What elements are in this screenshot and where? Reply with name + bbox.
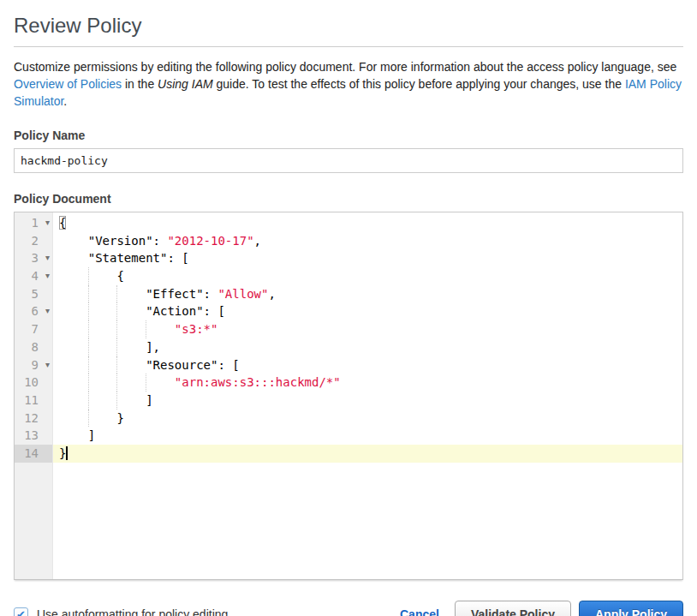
code-token: } — [59, 411, 124, 425]
code-line[interactable]: "Statement": [ — [53, 249, 682, 267]
indent-guide — [88, 302, 89, 320]
intro-text: Customize permissions by editing the fol… — [14, 58, 683, 110]
editor-code[interactable]: { "Version": "2012-10-17", "Statement": … — [53, 212, 682, 579]
indent-guide — [88, 356, 89, 374]
code-token: "Action": [ — [59, 304, 225, 318]
indent-guide — [146, 374, 146, 392]
code-token-string: "2012-10-17" — [167, 234, 253, 248]
gutter-line-number: 12 — [15, 410, 52, 428]
gutter-line-number: 13 — [15, 427, 52, 445]
indent-guide — [116, 320, 117, 338]
code-line[interactable]: ] — [53, 392, 682, 410]
fold-arrow-icon[interactable]: ▾ — [45, 214, 50, 232]
overview-of-policies-link[interactable]: Overview of Policies — [14, 77, 122, 91]
code-line[interactable]: "Resource": [ — [53, 356, 682, 374]
indent-guide — [116, 374, 117, 392]
policy-document-editor[interactable]: 1▾23▾4▾56▾789▾1011121314 { "Version": "2… — [14, 212, 683, 580]
code-token: { — [59, 216, 66, 230]
code-token-string: "Allow" — [217, 287, 268, 301]
code-line[interactable]: "Effect": "Allow", — [53, 285, 682, 303]
checkmark-icon: ✔ — [16, 609, 26, 616]
page-title: Review Policy — [14, 14, 683, 38]
apply-policy-button[interactable]: Apply Policy — [579, 601, 683, 616]
fold-arrow-icon[interactable]: ▾ — [45, 267, 50, 285]
footer-bar: ✔ Use autoformatting for policy editing … — [14, 601, 683, 616]
cancel-link[interactable]: Cancel — [400, 607, 439, 616]
gutter-line-number: 4▾ — [15, 267, 52, 285]
gutter-line-number: 10 — [15, 374, 52, 392]
gutter-line-number: 6▾ — [15, 302, 52, 320]
code-line[interactable]: "s3:*" — [53, 320, 682, 338]
title-divider — [14, 46, 683, 47]
indent-guide — [116, 392, 117, 410]
code-line[interactable]: { — [53, 267, 682, 285]
indent-guide — [88, 338, 89, 356]
autoformat-option: ✔ Use autoformatting for policy editing — [14, 607, 228, 616]
text-cursor — [66, 446, 68, 460]
code-line[interactable]: ], — [53, 338, 682, 356]
indent-guide — [88, 410, 89, 428]
indent-guide — [116, 285, 117, 303]
indent-guide — [116, 356, 117, 374]
code-token-string: "s3:*" — [175, 322, 218, 336]
indent-guide — [88, 392, 89, 410]
indent-guide — [116, 338, 117, 356]
code-token: "Statement": [ — [59, 251, 189, 265]
code-token: , — [254, 234, 261, 248]
code-token: ] — [59, 393, 153, 407]
gutter-line-number: 14 — [15, 445, 52, 463]
intro-italic-text: Using IAM — [158, 77, 213, 91]
code-token: ] — [59, 428, 95, 442]
review-policy-page: Review Policy Customize permissions by e… — [0, 14, 697, 616]
autoformat-label: Use autoformatting for policy editing — [37, 607, 228, 616]
gutter-line-number: 3▾ — [15, 249, 52, 267]
intro-text-segment: . — [63, 94, 67, 108]
code-token: ], — [59, 340, 160, 354]
gutter-line-number: 8 — [15, 338, 52, 356]
indent-guide — [88, 267, 89, 285]
code-line[interactable]: "Action": [ — [53, 302, 682, 320]
code-token: "Effect": — [59, 287, 217, 301]
indent-guide — [146, 320, 146, 338]
action-buttons: Cancel Validate Policy Apply Policy — [400, 601, 683, 616]
fold-arrow-icon[interactable]: ▾ — [45, 249, 50, 267]
gutter-line-number: 11 — [15, 392, 52, 410]
indent-guide — [88, 320, 89, 338]
code-token: "Version": — [59, 234, 167, 248]
indent-guide — [88, 285, 89, 303]
gutter-line-number: 1▾ — [15, 214, 52, 232]
gutter-line-number: 9▾ — [15, 356, 52, 374]
code-line[interactable]: ] — [53, 427, 682, 445]
validate-policy-button[interactable]: Validate Policy — [455, 601, 571, 616]
intro-text-segment: Customize permissions by editing the fol… — [14, 60, 676, 74]
fold-arrow-icon[interactable]: ▾ — [45, 356, 50, 374]
gutter-line-number: 7 — [15, 320, 52, 338]
gutter-line-number: 2 — [15, 232, 52, 250]
code-token: } — [59, 446, 66, 460]
intro-text-segment: guide. To test the effects of this polic… — [213, 77, 625, 91]
code-token: "Resource": [ — [59, 358, 240, 372]
code-line[interactable]: "Version": "2012-10-17", — [53, 232, 682, 250]
code-token: { — [59, 269, 124, 283]
code-line[interactable]: "arn:aws:s3:::hackmd/*" — [53, 374, 682, 392]
code-line[interactable]: } — [53, 410, 682, 428]
intro-text-segment: in the — [122, 77, 158, 91]
indent-guide — [116, 302, 117, 320]
indent-guide — [88, 374, 89, 392]
code-line[interactable]: { — [53, 214, 682, 232]
policy-name-label: Policy Name — [14, 129, 683, 142]
editor-gutter: 1▾23▾4▾56▾789▾1011121314 — [15, 212, 53, 579]
code-token: , — [268, 287, 275, 301]
fold-arrow-icon[interactable]: ▾ — [45, 302, 50, 320]
code-token-string: "arn:aws:s3:::hackmd/*" — [175, 375, 341, 389]
autoformat-checkbox[interactable]: ✔ — [14, 607, 28, 616]
code-line[interactable]: } — [53, 445, 682, 463]
gutter-line-number: 5 — [15, 285, 52, 303]
policy-document-label: Policy Document — [14, 192, 683, 206]
policy-name-input[interactable] — [14, 148, 683, 173]
